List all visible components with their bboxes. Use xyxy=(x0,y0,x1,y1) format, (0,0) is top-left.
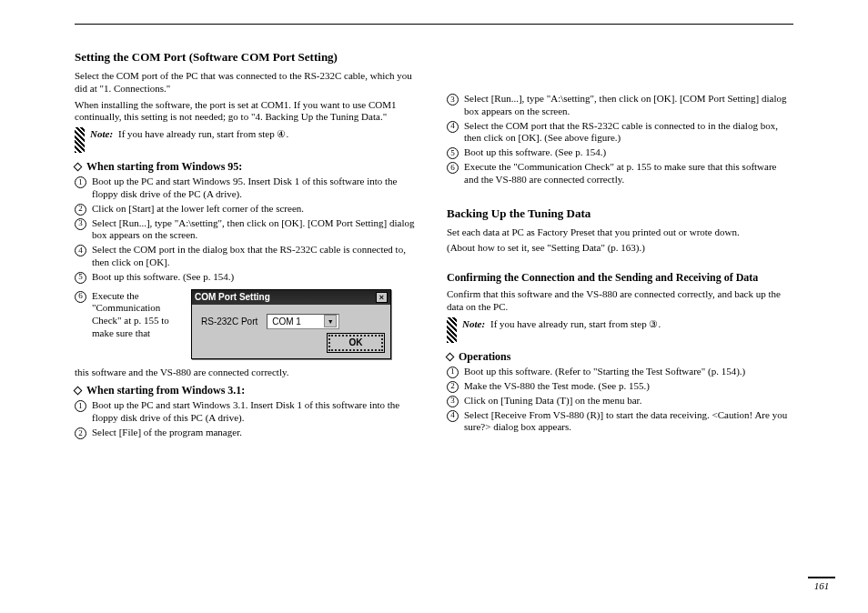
right-section-title: Backing Up the Tuning Data xyxy=(447,206,793,221)
left-a-step-1: Boot up the PC and start Windows 95. Ins… xyxy=(92,176,421,201)
left-a-step-3: Select [Run...], type "A:\setting", then… xyxy=(92,217,421,243)
dialog-titlebar: COM Port Setting × xyxy=(192,290,390,305)
dialog-illustration: 6 Execute the "Communication Check" at p… xyxy=(75,289,421,359)
right-body-1: Set each data at PC as Factory Preset th… xyxy=(447,226,793,239)
left-block-a-heading: When starting from Windows 95: xyxy=(75,160,421,174)
diamond-icon xyxy=(74,387,83,396)
com-port-value: COM 1 xyxy=(272,317,301,327)
left-a-step-6-pre: Execute the "Communication Check" at p. … xyxy=(92,290,182,340)
r-ops-3: Click on [Tuning Data (T)] on the menu b… xyxy=(464,395,793,407)
circled-3: 3 xyxy=(75,218,86,230)
hatch-icon xyxy=(447,317,457,343)
circled-1: 1 xyxy=(75,176,86,188)
ro-circ-3: 3 xyxy=(447,396,459,407)
right-ops-heading: Operations xyxy=(447,350,793,364)
r-pre-6: Execute the "Communication Check" at p. … xyxy=(464,161,793,186)
diamond-icon xyxy=(74,163,83,172)
note-label: Note: xyxy=(90,128,113,139)
left-a-step-2: Click on [Start] at the lower left corne… xyxy=(92,203,421,216)
left-a-step-6-post: this software and the VS-880 are connect… xyxy=(75,367,421,379)
com-port-select[interactable]: COM 1 ▼ xyxy=(267,314,339,329)
circled-5: 5 xyxy=(75,272,86,284)
left-block-a-label: When starting from Windows 95: xyxy=(86,160,242,174)
com-port-dialog: COM Port Setting × RS-232C Port COM 1 ▼ xyxy=(191,289,391,359)
close-icon[interactable]: × xyxy=(376,292,388,303)
ro-circ-2: 2 xyxy=(447,381,459,393)
left-block-b-label: When starting from Windows 3.1: xyxy=(86,384,245,397)
left-b-step-2: Select [File] of the program manager. xyxy=(92,427,421,439)
right-note: Note: If you have already run, start fro… xyxy=(447,317,793,343)
page-number: 161 xyxy=(808,577,835,591)
rs232c-label: RS-232C Port xyxy=(201,317,257,327)
ok-label: OK xyxy=(349,337,363,347)
right-ops-label: Operations xyxy=(459,350,510,364)
ok-button[interactable]: OK xyxy=(328,335,383,351)
ro-circ-4: 4 xyxy=(447,410,459,422)
circled-6: 6 xyxy=(75,291,86,303)
r-circ-4: 4 xyxy=(447,121,459,133)
left-a-step-5: Boot up this software. (See p. 154.) xyxy=(92,271,421,284)
r-circ-3: 3 xyxy=(447,94,459,106)
r-note-text: If you have already run, start from step… xyxy=(490,318,661,330)
r-note-label: Note: xyxy=(462,318,485,329)
left-block-b-heading: When starting from Windows 3.1: xyxy=(75,384,421,397)
dialog-title: COM Port Setting xyxy=(195,292,270,302)
circled-4: 4 xyxy=(75,245,86,256)
circled-1b: 1 xyxy=(75,400,86,412)
top-rule xyxy=(75,24,793,25)
hatch-icon xyxy=(75,127,85,153)
circled-2b: 2 xyxy=(75,427,86,439)
r-circ-6: 6 xyxy=(447,162,459,174)
left-section-title: Setting the COM Port (Software COM Port … xyxy=(75,50,421,65)
r-ops-4: Select [Receive From VS-880 (R)] to star… xyxy=(464,409,793,435)
r-circ-5: 5 xyxy=(447,147,459,159)
right-body-2: (About how to set it, see "Setting Data"… xyxy=(447,242,793,255)
left-intro-2: When installing the software, the port i… xyxy=(75,99,421,125)
r-ops-1: Boot up this software. (Refer to "Starti… xyxy=(464,366,793,378)
right-sub-body: Confirm that this software and the VS-88… xyxy=(447,288,793,314)
circled-2: 2 xyxy=(75,204,86,216)
right-sub-title: Confirming the Connection and the Sendin… xyxy=(447,271,793,285)
ro-circ-1: 1 xyxy=(447,367,459,378)
note-text: If you have already run, start from step… xyxy=(118,128,288,140)
chevron-down-icon[interactable]: ▼ xyxy=(324,315,337,327)
left-b-step-1: Boot up the PC and start Windows 3.1. In… xyxy=(92,399,421,425)
r-pre-3: Select [Run...], type "A:\setting", then… xyxy=(464,93,793,118)
r-ops-2: Make the VS-880 the Test mode. (See p. 1… xyxy=(464,380,793,393)
left-a-step-4: Select the COM port in the dialog box th… xyxy=(92,244,421,269)
left-column: Setting the COM Port (Software COM Port … xyxy=(75,43,421,441)
dialog-body: RS-232C Port COM 1 ▼ xyxy=(192,305,390,335)
r-pre-5: Boot up this software. (See p. 154.) xyxy=(464,146,793,159)
r-pre-4: Select the COM port that the RS-232C cab… xyxy=(464,120,793,146)
diamond-icon xyxy=(446,352,455,361)
left-note: Note: If you have already run, start fro… xyxy=(75,127,421,153)
left-intro-1: Select the COM port of the PC that was c… xyxy=(75,70,421,95)
right-column: 3Select [Run...], type "A:\setting", the… xyxy=(447,43,793,441)
